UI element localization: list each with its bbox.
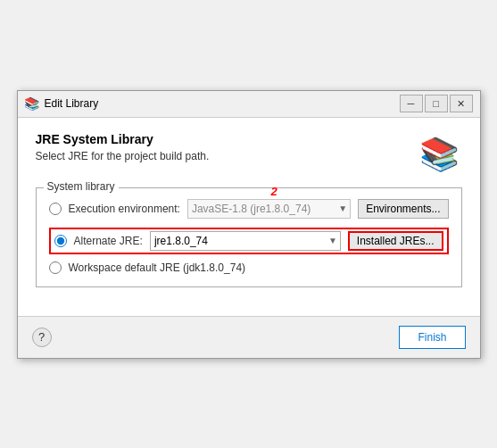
alternate-jre-select[interactable]: jre1.8.0_74	[150, 231, 341, 251]
alternate-jre-radio[interactable]	[54, 235, 67, 247]
environments-button[interactable]: Environments...	[358, 199, 448, 219]
workspace-jre-radio[interactable]	[49, 261, 62, 274]
execution-env-select[interactable]: JavaSE-1.8 (jre1.8.0_74)	[187, 199, 351, 219]
title-bar-controls: ─ □ ✕	[400, 95, 473, 112]
maximize-button[interactable]: □	[425, 95, 448, 112]
window-icon: 📚	[25, 96, 39, 111]
footer: ? Finish	[18, 316, 480, 358]
header-text: JRE System Library Select JRE for the pr…	[36, 132, 418, 177]
workspace-jre-row: Workspace default JRE (jdk1.8.0_74)	[49, 261, 449, 274]
annotation-1: 2	[271, 185, 277, 198]
close-button[interactable]: ✕	[450, 95, 473, 112]
title-bar: 📚 Edit Library ─ □ ✕	[18, 91, 480, 118]
footer-right: Finish	[399, 326, 465, 349]
execution-env-label: Execution environment:	[69, 203, 180, 215]
alternate-jre-row: Alternate JRE: jre1.8.0_74 ▼ Installed J…	[49, 228, 449, 254]
window-title: Edit Library	[45, 97, 99, 110]
header-icon: 📚	[418, 132, 462, 177]
minimize-button[interactable]: ─	[400, 95, 423, 112]
alternate-jre-dropdown-wrapper: jre1.8.0_74 ▼	[150, 231, 341, 251]
installed-jres-button[interactable]: Installed JREs...	[348, 231, 443, 251]
header-area: JRE System Library Select JRE for the pr…	[36, 132, 462, 177]
group-label: System library	[44, 180, 119, 193]
execution-env-row: Execution environment: JavaSE-1.8 (jre1.…	[49, 199, 449, 219]
content-area: JRE System Library Select JRE for the pr…	[18, 118, 480, 316]
alternate-jre-label: Alternate JRE:	[74, 235, 143, 247]
finish-button[interactable]: Finish	[399, 326, 465, 349]
execution-env-dropdown-wrapper: JavaSE-1.8 (jre1.8.0_74) ▼ 2	[187, 199, 351, 219]
title-bar-left: 📚 Edit Library	[25, 96, 99, 111]
section-title: JRE System Library	[36, 132, 418, 146]
execution-env-radio[interactable]	[49, 203, 62, 215]
help-button[interactable]: ?	[32, 328, 52, 347]
edit-library-window: 📚 Edit Library ─ □ ✕ JRE System Library …	[17, 90, 481, 359]
workspace-jre-label: Workspace default JRE (jdk1.8.0_74)	[69, 261, 246, 274]
section-subtitle: Select JRE for the project build path.	[36, 150, 418, 162]
footer-left: ?	[32, 328, 52, 347]
system-library-group: System library Execution environment: Ja…	[36, 187, 462, 287]
